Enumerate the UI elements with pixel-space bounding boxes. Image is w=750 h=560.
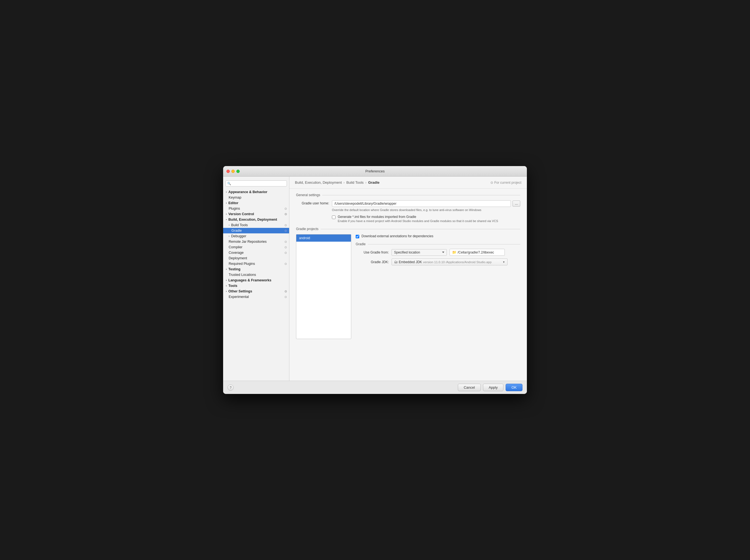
sidebar-item-label: Keymap — [229, 195, 241, 200]
gradle-user-home-label: Gradle user home: — [296, 200, 329, 205]
generate-iml-hint: Enable if you have a mixed project with … — [338, 219, 498, 223]
sidebar-item-label: Trusted Locations — [229, 273, 256, 277]
gradle-path-text: /Cellar/gradle/7.2/libexec — [458, 250, 494, 254]
chevron-icon: › — [226, 191, 227, 193]
search-box[interactable]: 🔍 — [225, 181, 287, 186]
chevron-icon: › — [226, 213, 227, 215]
preferences-window: Preferences 🔍 › Appearance & Behavior Ke… — [223, 166, 527, 394]
sidebar-item-label: Deployment — [229, 256, 247, 260]
for-current-project: ⊙ For current project — [490, 181, 521, 185]
sidebar-item-label: Coverage — [229, 251, 243, 255]
sync-icon: ⊙ — [284, 262, 287, 266]
project-list: android — [296, 234, 351, 339]
sync-icon: ⊙ — [284, 240, 287, 244]
sidebar-item-languages-frameworks[interactable]: › Languages & Frameworks — [223, 277, 289, 283]
maximize-button[interactable] — [236, 170, 240, 173]
sidebar-item-build-execution-deployment[interactable]: › Build, Execution, Deployment — [223, 217, 289, 222]
sync-icon: ⊙ — [284, 229, 287, 232]
sidebar-item-label: Version Control — [229, 212, 254, 216]
jdk-icon: 🗂 — [394, 260, 398, 264]
chevron-icon: › — [229, 235, 230, 237]
chevron-icon: › — [226, 290, 227, 293]
sidebar-item-remote-jar-repos[interactable]: Remote Jar Repositories ⊙ — [223, 239, 289, 244]
generate-iml-checkbox[interactable] — [332, 215, 336, 219]
sidebar-item-other-settings[interactable]: › Other Settings ⊙ — [223, 289, 289, 294]
sidebar-item-label: Appearance & Behavior — [229, 190, 267, 194]
main-content: Build, Execution, Deployment › Build Too… — [290, 177, 527, 381]
sidebar-item-label: Experimental — [229, 295, 249, 299]
titlebar: Preferences — [223, 166, 527, 177]
chevron-icon: › — [226, 279, 227, 282]
gradle-jdk-label: Gradle JDK: — [356, 260, 389, 264]
sync-icon: ⊙ — [284, 212, 287, 216]
gradle-jdk-dropdown[interactable]: 🗂 Embedded JDK version 11.0.10 /Applicat… — [392, 258, 508, 265]
sidebar-item-tools[interactable]: › Tools — [223, 283, 289, 289]
gradle-subsection-title: Gradle — [356, 242, 520, 246]
minimize-button[interactable] — [231, 170, 235, 173]
sidebar-item-deployment[interactable]: Deployment — [223, 255, 289, 261]
sidebar-item-build-tools[interactable]: › Build Tools ⊙ — [223, 222, 289, 228]
sync-icon: ⊙ — [284, 224, 287, 227]
sidebar-item-label: Testing — [229, 267, 240, 271]
ok-button[interactable]: OK — [506, 384, 522, 391]
gradle-projects-header: Gradle projects — [296, 227, 520, 231]
sidebar-item-trusted-locations[interactable]: Trusted Locations — [223, 272, 289, 277]
apply-button[interactable]: Apply — [483, 384, 504, 391]
window-title: Preferences — [365, 169, 385, 173]
sidebar-item-label: Languages & Frameworks — [229, 278, 272, 282]
traffic-lights — [226, 170, 240, 173]
help-button[interactable]: ? — [228, 385, 234, 391]
sidebar-item-debugger[interactable]: › Debugger — [223, 233, 289, 239]
sync-icon: ⊙ — [284, 290, 287, 293]
sidebar-item-appearance-behavior[interactable]: › Appearance & Behavior — [223, 189, 289, 195]
sidebar-item-version-control[interactable]: › Version Control ⊙ — [223, 211, 289, 217]
gradle-projects-section: Gradle projects android — [296, 227, 520, 339]
general-settings-title: General settings — [296, 193, 320, 197]
sidebar-item-label: Other Settings — [229, 289, 252, 293]
gradle-path-display[interactable]: 📁 /Cellar/gradle/7.2/libexec — [450, 249, 505, 256]
sidebar-item-experimental[interactable]: Experimental ⊙ — [223, 294, 289, 299]
gradle-user-home-row: Gradle user home: ... Override the defau… — [296, 200, 520, 212]
sidebar-item-required-plugins[interactable]: Required Plugins ⊙ — [223, 261, 289, 267]
sidebar-item-coverage[interactable]: Coverage ⊙ — [223, 250, 289, 255]
browse-button[interactable]: ... — [513, 201, 520, 207]
chevron-icon: › — [226, 268, 227, 271]
gradle-subsection: Gradle Use Gradle from: Specified locati… — [356, 242, 520, 265]
close-button[interactable] — [226, 170, 230, 173]
sync-icon: ⊙ — [284, 246, 287, 249]
sidebar-item-compiler[interactable]: Compiler ⊙ — [223, 244, 289, 250]
sidebar-item-testing[interactable]: › Testing — [223, 267, 289, 272]
sidebar-item-editor[interactable]: › Editor — [223, 200, 289, 206]
gradle-jdk-row: Gradle JDK: 🗂 Embedded JDK version 11.0.… — [356, 258, 520, 265]
sidebar-item-label: Build, Execution, Deployment — [229, 217, 277, 222]
sidebar-item-keymap[interactable]: Keymap — [223, 195, 289, 200]
use-gradle-from-select[interactable]: Specified location Gradle wrapper Local … — [392, 249, 447, 256]
sidebar-item-gradle[interactable]: Gradle ⊙ — [223, 228, 289, 233]
sidebar-item-plugins[interactable]: Plugins ⊙ — [223, 206, 289, 211]
chevron-icon: › — [225, 219, 228, 220]
project-item-android[interactable]: android — [296, 234, 351, 242]
sidebar-item-label: Build Tools — [231, 223, 248, 227]
sidebar-item-label: Debugger — [231, 234, 246, 238]
folder-icon: 📁 — [452, 250, 456, 254]
sidebar-item-label: Tools — [229, 284, 237, 288]
gradle-jdk-version: version 11.0.10 /Applications/Android St… — [423, 261, 492, 264]
for-project-icon: ⊙ — [490, 181, 493, 185]
breadcrumb: Build, Execution, Deployment › Build Too… — [290, 177, 527, 189]
projects-container: android Download external annotations fo… — [296, 234, 520, 339]
gradle-user-home-hint: Override the default location where Grad… — [332, 208, 520, 212]
sidebar-item-label: Gradle — [231, 229, 242, 232]
use-gradle-from-label: Use Gradle from: — [356, 250, 389, 254]
cancel-button[interactable]: Cancel — [458, 384, 480, 391]
chevron-icon: › — [226, 202, 227, 204]
chevron-icon: › — [228, 225, 231, 226]
sidebar-item-label: Plugins — [229, 207, 240, 210]
breadcrumb-sep-1: › — [343, 181, 344, 185]
search-input[interactable] — [233, 182, 285, 185]
gradle-user-home-input[interactable] — [332, 200, 511, 207]
download-annotations-checkbox[interactable] — [356, 235, 359, 238]
generate-iml-label: Generate *.iml files for modules importe… — [338, 215, 498, 219]
gradle-user-home-input-group: ... Override the default location where … — [332, 200, 520, 212]
breadcrumb-part-2: Build Tools — [346, 181, 364, 185]
sidebar-item-label: Required Plugins — [229, 262, 255, 266]
